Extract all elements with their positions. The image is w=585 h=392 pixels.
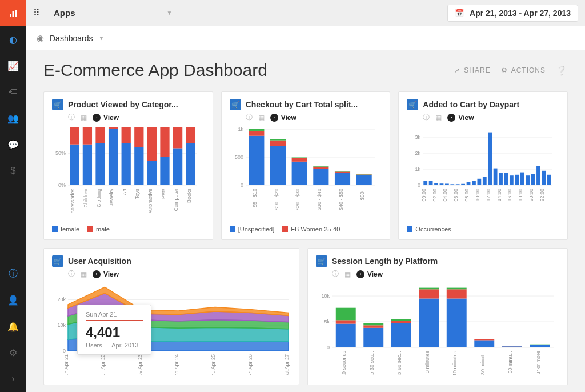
nav-monetize[interactable]: $ [0,158,26,184]
tag-icon: 🏷 [9,87,18,97]
svg-rect-51 [291,162,307,185]
svg-rect-133 [336,320,356,323]
info-icon[interactable]: ⓘ [68,269,75,279]
info-icon[interactable]: ⓘ [332,269,339,279]
chevron-down-icon[interactable]: ▼ [99,35,105,41]
chart-svg: 01k2k3k00:0002:0004:0006:0008:0010:0012:… [407,127,554,213]
svg-rect-21 [147,161,157,185]
help-button[interactable]: ❔ [556,65,568,76]
svg-text:1k: 1k [415,166,421,172]
view-button[interactable]: ›View [93,270,119,278]
tooltip-sub: Users — Apr, 2013 [86,342,143,349]
svg-rect-143 [419,288,439,290]
svg-text:08:00: 08:00 [464,189,470,202]
svg-text:Wed Apr 24: Wed Apr 24 [174,354,179,375]
svg-rect-53 [291,157,307,158]
date-range-picker[interactable]: 📅 Apr 21, 2013 - Apr 27, 2013 [447,5,578,22]
grid-icon[interactable]: ▦ [81,114,87,122]
svg-text:$30 - $40: $30 - $40 [316,189,322,210]
svg-rect-88 [483,177,487,185]
svg-rect-97 [531,174,535,185]
view-button[interactable]: ›View [356,270,383,278]
svg-text:3 to 10 minutes: 3 to 10 minutes [452,351,458,375]
svg-text:1k: 1k [238,127,243,132]
actions-button[interactable]: ⚙ACTIONS [501,66,546,74]
svg-text:0: 0 [418,182,420,188]
svg-text:Pets: Pets [161,189,166,199]
arrow-right-icon: › [93,270,101,278]
svg-text:20k: 20k [57,297,66,302]
svg-rect-141 [419,299,439,348]
nav-alerts[interactable]: 🔔 [0,313,26,339]
gear-icon: ⚙ [501,66,508,74]
svg-rect-11 [83,145,92,185]
nav-dashboard[interactable]: ◐ [0,26,26,53]
svg-text:2k: 2k [415,150,421,156]
view-button[interactable]: ›View [93,114,119,122]
nav-settings[interactable]: ⚙ [0,339,26,366]
svg-rect-17 [122,143,131,186]
nav-analytics[interactable]: 📈 [0,53,26,79]
brand-logo[interactable] [0,0,26,26]
svg-text:Art: Art [122,189,127,195]
nav-funnels[interactable]: 🏷 [0,79,26,105]
svg-text:Clothing: Clothing [96,189,102,207]
svg-text:0 to 10 seconds: 0 to 10 seconds [341,351,347,375]
svg-rect-82 [451,184,455,185]
grid-icon[interactable]: ▦ [435,114,442,122]
apps-label: Apps [54,8,75,18]
svg-rect-47 [249,129,264,131]
legend: Occurrences [407,221,559,233]
calendar-icon: 📅 [455,9,464,17]
chat-icon: 💬 [7,139,19,150]
svg-rect-79 [434,183,438,185]
chart-svg: 05k10k0 to 10 seconds11 to 30 sec...31 t… [316,283,556,375]
grid-icon[interactable]: ▦ [344,270,351,278]
nav-chat[interactable]: 💬 [0,131,26,158]
cart-icon: 🛒 [316,255,327,267]
svg-rect-25 [173,148,182,185]
nav-collapse[interactable]: › [0,366,26,392]
info-icon[interactable]: ⓘ [423,113,430,122]
arrow-right-icon: › [270,114,278,122]
nav-users[interactable]: 👥 [0,105,26,131]
svg-rect-14 [95,127,105,143]
share-button[interactable]: ↗SHARE [454,66,490,74]
card-checkout-total: 🛒 Checkout by Cart Total split... ⓘ ▦ ›V… [221,91,391,240]
svg-rect-20 [134,127,143,147]
nav-info[interactable]: ⓘ [0,261,26,287]
svg-rect-56 [313,166,328,166]
grid-icon[interactable]: ▦ [258,114,265,122]
card-title: Product Viewed by Categor... [68,100,178,109]
card-title: Checkout by Cart Total split... [246,100,358,109]
svg-text:$5 - $10: $5 - $10 [252,189,258,207]
dashboards-label[interactable]: Dashboards [50,34,93,43]
apps-selector[interactable]: ⠿ Apps ▼ [33,7,194,18]
share-icon: ↗ [454,66,460,74]
svg-rect-137 [363,323,383,326]
svg-rect-10 [70,127,79,145]
svg-rect-46 [249,131,264,136]
svg-rect-145 [447,289,467,298]
chart-line-icon: 📈 [7,61,19,71]
page-header: E-Commerce App Dashboard ↗SHARE ⚙ACTIONS… [43,61,568,80]
arrow-right-icon: › [93,114,101,122]
svg-text:0%: 0% [58,182,66,188]
svg-text:Automotive: Automotive [147,189,153,213]
main-content: E-Commerce App Dashboard ↗SHARE ⚙ACTIONS… [26,50,585,392]
nav-profile[interactable]: 👤 [0,287,26,313]
card-product-viewed: 🛒 Product Viewed by Categor... ⓘ ▦ ›View… [43,91,213,240]
svg-rect-15 [109,129,118,185]
svg-text:00:00: 00:00 [421,189,427,202]
info-icon[interactable]: ⓘ [68,113,75,122]
cart-icon: 🛒 [52,99,63,110]
svg-rect-23 [160,157,169,185]
arrow-right-icon: › [356,270,364,278]
view-button[interactable]: ›View [447,114,474,122]
grid-icon[interactable]: ▦ [81,270,87,278]
view-button[interactable]: ›View [270,114,296,122]
info-icon[interactable]: ⓘ [246,113,253,122]
svg-text:Mon Apr 22: Mon Apr 22 [100,354,106,375]
chevron-right-icon: › [11,374,14,384]
card-user-acquisition: 🛒 User Acquisition ⓘ ▦ ›View 010k20kSun … [43,248,299,385]
